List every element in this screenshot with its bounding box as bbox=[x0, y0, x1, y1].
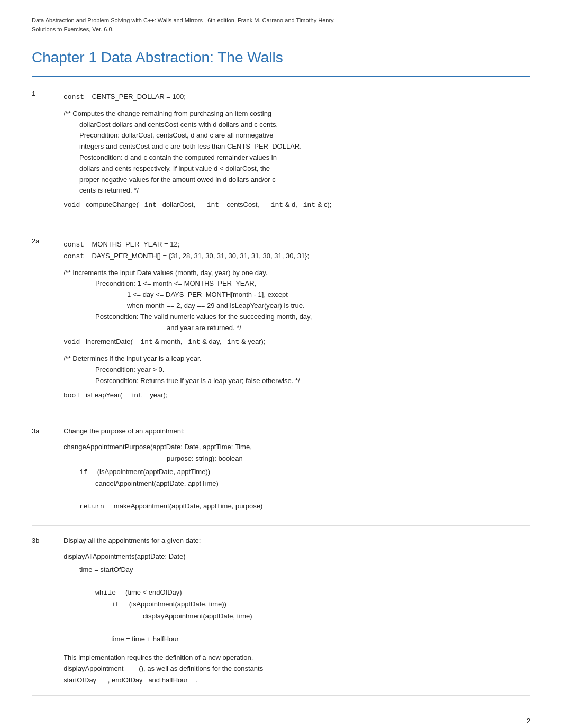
section-1-wrapper: 1 const CENTS_PER_DOLLAR = 100; /** Comp… bbox=[32, 88, 530, 226]
section-3b-content: Display all the appointments for a given… bbox=[64, 535, 530, 686]
section-3b-num: 3b bbox=[32, 535, 64, 544]
page-number: 2 bbox=[32, 717, 530, 725]
section-2a-comment1: /** Increments the input Date values (mo… bbox=[64, 268, 530, 334]
section-1-content: const CENTS_PER_DOLLAR = 100; /** Comput… bbox=[64, 88, 530, 216]
section-1-comment: /** Computes the change remaining from p… bbox=[64, 108, 530, 196]
header-line2: Solutions to Exercises, Ver. 6.0. bbox=[32, 25, 530, 34]
section-1: 1 const CENTS_PER_DOLLAR = 100; /** Comp… bbox=[32, 88, 530, 216]
section-1-num: 1 bbox=[32, 88, 64, 97]
header-text: Data Abstraction and Problem Solving wit… bbox=[32, 16, 530, 33]
chapter-title: Chapter 1 Data Abstraction: The Walls bbox=[32, 49, 530, 66]
section-2a-wrapper: 2a const MONTHS_PER_YEAR = 12; const DAY… bbox=[32, 236, 530, 416]
section-3b: 3b Display all the appointments for a gi… bbox=[32, 535, 530, 686]
section-3a: 3a Change the purpose of an appointment:… bbox=[32, 426, 530, 515]
section-2a-content: const MONTHS_PER_YEAR = 12; const DAYS_P… bbox=[64, 236, 530, 406]
section-3a-wrapper: 3a Change the purpose of an appointment:… bbox=[32, 426, 530, 525]
section-1-const: const CENTS_PER_DOLLAR = 100; bbox=[64, 92, 530, 103]
section-2a-comment2: /** Determines if the input year is a le… bbox=[64, 353, 530, 386]
header-line1: Data Abstraction and Problem Solving wit… bbox=[32, 16, 530, 25]
section-2a: 2a const MONTHS_PER_YEAR = 12; const DAY… bbox=[32, 236, 530, 406]
section-3a-num: 3a bbox=[32, 426, 64, 435]
section-2a-sig2: bool isLeapYear( int year); bbox=[64, 390, 530, 402]
section-3b-desc: Display all the appointments for a given… bbox=[64, 535, 530, 547]
section-3a-algo: changeAppointmentPurpose(apptDate: Date,… bbox=[64, 441, 530, 513]
chapter-divider bbox=[32, 76, 530, 77]
section-3b-wrapper: 3b Display all the appointments for a gi… bbox=[32, 535, 530, 696]
section-2a-sig1: void incrementDate( int & month, int & d… bbox=[64, 336, 530, 348]
section-1-signature: void computeChange( int dollarCost, int … bbox=[64, 199, 530, 211]
section-3b-algo: displayAllAppointments(apptDate: Date) t… bbox=[64, 551, 530, 645]
section-3a-desc: Change the purpose of an appointment: bbox=[64, 426, 530, 437]
section-2a-num: 2a bbox=[32, 236, 64, 245]
section-2a-consts: const MONTHS_PER_YEAR = 12; const DAYS_P… bbox=[64, 239, 530, 262]
section-3a-content: Change the purpose of an appointment: ch… bbox=[64, 426, 530, 515]
section-3b-closing: This implementation requires the definit… bbox=[64, 652, 530, 686]
